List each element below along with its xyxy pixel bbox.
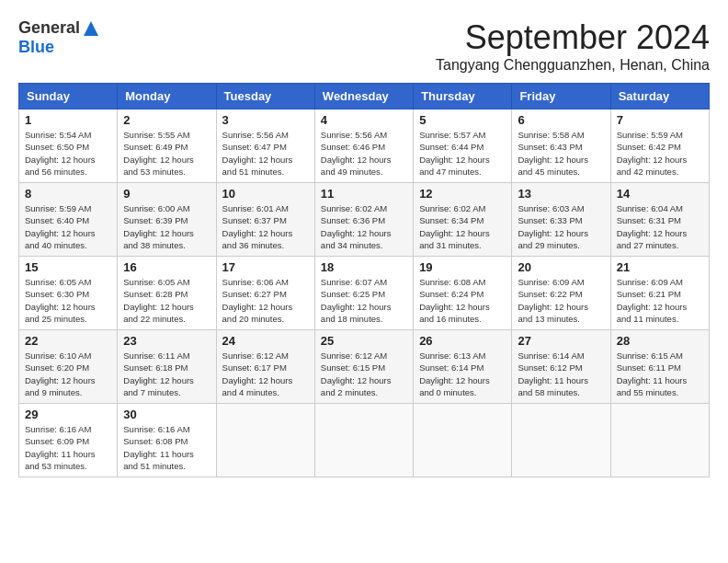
day-number: 1 (25, 113, 111, 127)
calendar-week-row: 8 Sunrise: 5:59 AM Sunset: 6:40 PM Dayli… (19, 183, 710, 257)
calendar-cell: 29 Sunrise: 6:16 AM Sunset: 6:09 PM Dayl… (19, 404, 118, 477)
day-info: Sunrise: 6:08 AM Sunset: 6:24 PM Dayligh… (419, 276, 506, 325)
calendar-cell (314, 404, 413, 477)
calendar-cell: 17 Sunrise: 6:06 AM Sunset: 6:27 PM Dayl… (216, 257, 314, 330)
calendar-cell: 12 Sunrise: 6:02 AM Sunset: 6:34 PM Dayl… (414, 183, 512, 257)
day-info: Sunrise: 6:04 AM Sunset: 6:31 PM Dayligh… (617, 202, 703, 251)
calendar-header-row: SundayMondayTuesdayWednesdayThursdayFrid… (19, 84, 710, 109)
day-info: Sunrise: 6:11 AM Sunset: 6:18 PM Dayligh… (123, 350, 210, 398)
calendar-cell (610, 404, 709, 477)
calendar-cell (414, 404, 512, 477)
day-number: 14 (617, 187, 703, 201)
calendar-cell: 24 Sunrise: 6:12 AM Sunset: 6:17 PM Dayl… (216, 330, 314, 404)
day-number: 5 (419, 113, 506, 127)
calendar-cell: 28 Sunrise: 6:15 AM Sunset: 6:11 PM Dayl… (610, 330, 709, 404)
day-number: 4 (321, 113, 407, 127)
calendar-cell: 3 Sunrise: 5:56 AM Sunset: 6:47 PM Dayli… (216, 109, 314, 183)
day-info: Sunrise: 5:59 AM Sunset: 6:40 PM Dayligh… (25, 202, 111, 251)
calendar-cell: 7 Sunrise: 5:59 AM Sunset: 6:42 PM Dayli… (610, 109, 709, 183)
calendar-cell: 4 Sunrise: 5:56 AM Sunset: 6:46 PM Dayli… (314, 109, 413, 183)
calendar-cell: 20 Sunrise: 6:09 AM Sunset: 6:22 PM Dayl… (512, 257, 610, 330)
day-number: 6 (518, 113, 604, 127)
logo-icon (82, 19, 100, 38)
day-number: 27 (518, 334, 604, 348)
calendar-header-monday: Monday (118, 84, 216, 109)
calendar-cell: 19 Sunrise: 6:08 AM Sunset: 6:24 PM Dayl… (414, 257, 512, 330)
day-number: 10 (222, 187, 309, 201)
day-info: Sunrise: 6:05 AM Sunset: 6:28 PM Dayligh… (123, 276, 210, 325)
calendar-cell: 9 Sunrise: 6:00 AM Sunset: 6:39 PM Dayli… (118, 183, 216, 257)
day-number: 16 (123, 260, 210, 274)
day-number: 8 (25, 187, 111, 201)
day-number: 26 (419, 334, 506, 348)
calendar-cell: 8 Sunrise: 5:59 AM Sunset: 6:40 PM Dayli… (19, 183, 118, 257)
calendar-cell: 25 Sunrise: 6:12 AM Sunset: 6:15 PM Dayl… (314, 330, 413, 404)
day-info: Sunrise: 6:01 AM Sunset: 6:37 PM Dayligh… (222, 202, 309, 251)
day-number: 28 (617, 334, 703, 348)
calendar-cell: 21 Sunrise: 6:09 AM Sunset: 6:21 PM Dayl… (610, 257, 709, 330)
day-info: Sunrise: 5:56 AM Sunset: 6:46 PM Dayligh… (321, 129, 407, 178)
day-info: Sunrise: 6:02 AM Sunset: 6:36 PM Dayligh… (321, 202, 407, 251)
calendar-cell: 2 Sunrise: 5:55 AM Sunset: 6:49 PM Dayli… (118, 109, 216, 183)
day-number: 24 (222, 334, 309, 348)
day-info: Sunrise: 6:07 AM Sunset: 6:25 PM Dayligh… (321, 276, 407, 325)
calendar-cell: 30 Sunrise: 6:16 AM Sunset: 6:08 PM Dayl… (118, 404, 216, 477)
calendar-cell: 15 Sunrise: 6:05 AM Sunset: 6:30 PM Dayl… (19, 257, 118, 330)
calendar-header-wednesday: Wednesday (314, 84, 413, 109)
day-info: Sunrise: 5:59 AM Sunset: 6:42 PM Dayligh… (617, 129, 703, 178)
day-number: 13 (518, 187, 604, 201)
calendar-cell: 1 Sunrise: 5:54 AM Sunset: 6:50 PM Dayli… (19, 109, 118, 183)
calendar-week-row: 29 Sunrise: 6:16 AM Sunset: 6:09 PM Dayl… (19, 404, 710, 477)
day-info: Sunrise: 6:12 AM Sunset: 6:17 PM Dayligh… (222, 350, 309, 398)
day-number: 29 (25, 408, 111, 421)
calendar-cell: 27 Sunrise: 6:14 AM Sunset: 6:12 PM Dayl… (512, 330, 610, 404)
day-number: 3 (222, 113, 309, 127)
day-number: 9 (123, 187, 210, 201)
logo-blue: Blue (18, 38, 54, 57)
day-number: 30 (123, 408, 210, 421)
calendar-cell (216, 404, 314, 477)
day-info: Sunrise: 6:14 AM Sunset: 6:12 PM Dayligh… (518, 350, 604, 398)
day-number: 15 (25, 260, 111, 274)
day-info: Sunrise: 6:09 AM Sunset: 6:21 PM Dayligh… (617, 276, 703, 325)
day-info: Sunrise: 6:12 AM Sunset: 6:15 PM Dayligh… (321, 350, 407, 398)
day-info: Sunrise: 6:10 AM Sunset: 6:20 PM Dayligh… (25, 350, 111, 398)
day-number: 22 (25, 334, 111, 348)
day-info: Sunrise: 5:56 AM Sunset: 6:47 PM Dayligh… (222, 129, 309, 178)
calendar-cell: 13 Sunrise: 6:03 AM Sunset: 6:33 PM Dayl… (512, 183, 610, 257)
page-header: General Blue September 2024 Tangyang Che… (18, 18, 710, 74)
day-info: Sunrise: 6:16 AM Sunset: 6:08 PM Dayligh… (123, 423, 210, 472)
calendar-header-tuesday: Tuesday (216, 84, 314, 109)
calendar-header-thursday: Thursday (414, 84, 512, 109)
month-title: September 2024 (436, 18, 710, 57)
calendar-week-row: 22 Sunrise: 6:10 AM Sunset: 6:20 PM Dayl… (19, 330, 710, 404)
day-info: Sunrise: 5:57 AM Sunset: 6:44 PM Dayligh… (419, 129, 506, 178)
calendar-week-row: 15 Sunrise: 6:05 AM Sunset: 6:30 PM Dayl… (19, 257, 710, 330)
day-number: 12 (419, 187, 506, 201)
calendar-week-row: 1 Sunrise: 5:54 AM Sunset: 6:50 PM Dayli… (19, 109, 710, 183)
calendar-header-sunday: Sunday (19, 84, 118, 109)
calendar-cell: 11 Sunrise: 6:02 AM Sunset: 6:36 PM Dayl… (314, 183, 413, 257)
calendar-cell: 16 Sunrise: 6:05 AM Sunset: 6:28 PM Dayl… (118, 257, 216, 330)
calendar-cell: 14 Sunrise: 6:04 AM Sunset: 6:31 PM Dayl… (610, 183, 709, 257)
day-info: Sunrise: 6:15 AM Sunset: 6:11 PM Dayligh… (617, 350, 703, 398)
calendar-cell: 10 Sunrise: 6:01 AM Sunset: 6:37 PM Dayl… (216, 183, 314, 257)
day-number: 23 (123, 334, 210, 348)
day-number: 25 (321, 334, 407, 348)
day-info: Sunrise: 5:58 AM Sunset: 6:43 PM Dayligh… (518, 129, 604, 178)
calendar-header-friday: Friday (512, 84, 610, 109)
day-info: Sunrise: 6:13 AM Sunset: 6:14 PM Dayligh… (419, 350, 506, 398)
day-info: Sunrise: 6:02 AM Sunset: 6:34 PM Dayligh… (419, 202, 506, 251)
day-number: 11 (321, 187, 407, 201)
day-info: Sunrise: 6:05 AM Sunset: 6:30 PM Dayligh… (25, 276, 111, 325)
day-info: Sunrise: 6:00 AM Sunset: 6:39 PM Dayligh… (123, 202, 210, 251)
day-number: 7 (617, 113, 703, 127)
calendar-cell: 23 Sunrise: 6:11 AM Sunset: 6:18 PM Dayl… (118, 330, 216, 404)
logo-general: General (18, 18, 80, 38)
day-info: Sunrise: 6:06 AM Sunset: 6:27 PM Dayligh… (222, 276, 309, 325)
day-info: Sunrise: 5:54 AM Sunset: 6:50 PM Dayligh… (25, 129, 111, 178)
calendar-cell (512, 404, 610, 477)
day-number: 17 (222, 260, 309, 274)
calendar-cell: 18 Sunrise: 6:07 AM Sunset: 6:25 PM Dayl… (314, 257, 413, 330)
location-title: Tangyang Chengguanzhen, Henan, China (436, 57, 710, 74)
